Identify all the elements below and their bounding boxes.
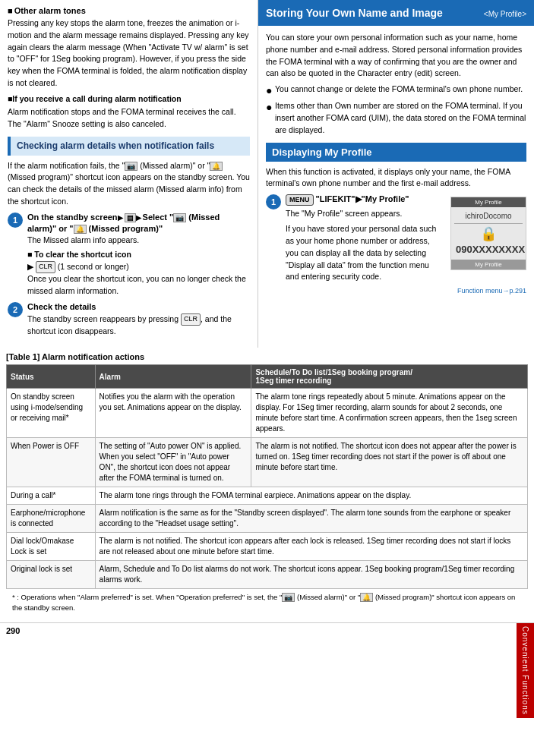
- cell-schedule-1: The alarm tone rings repeatedly about 5 …: [251, 389, 528, 438]
- table-row: Original lock is set Alarm, Schedule and…: [7, 561, 528, 589]
- step-1-content: On the standby screen▤Select "📷 (Missed …: [27, 212, 250, 298]
- call-during-alarm-heading: ■If you receive a call during alarm noti…: [8, 93, 250, 106]
- screenshot-screen: ichiroDocomo 🔒 090XXXXXXXX: [451, 207, 526, 260]
- table-row: When Power is OFF The setting of "Auto p…: [7, 438, 528, 487]
- displaying-profile-intro: When this function is activated, it disp…: [266, 166, 526, 191]
- col-alarm: Alarm: [95, 365, 251, 389]
- step-1-body3: Once you clear the shortcut icon, you ca…: [27, 273, 250, 298]
- right-main-heading: Storing Your Own Name and Image <My Prof…: [258, 0, 534, 26]
- bullet-2-text: Items other than Own number are stored o…: [275, 100, 526, 136]
- table-footnote: * : Operations when "Alarm preferred" is…: [6, 592, 528, 613]
- bottom-bar: 290 Convenient Functions: [0, 622, 534, 718]
- step-1: 1 On the standby screen▤Select "📷 (Misse…: [8, 212, 250, 298]
- profile-step-title-text: "LIFEKIT"▶"My Profile": [316, 194, 409, 203]
- step-1-body1: The Missed alarm info appears.: [27, 235, 250, 247]
- step-1-circle: 1: [8, 213, 23, 228]
- bullet-2: ● Items other than Own number are stored…: [266, 100, 526, 136]
- side-label-text: Convenient Functions: [521, 626, 529, 715]
- checking-alarm-heading: Checking alarm details when notification…: [8, 137, 250, 156]
- checking-alarm-intro: If the alarm notification fails, the "📷 …: [8, 160, 250, 208]
- clr-key: CLR: [36, 261, 55, 273]
- step-1-sub-heading: ■ To clear the shortcut icon: [27, 249, 250, 261]
- step-2: 2 Check the details The standby screen r…: [8, 301, 250, 337]
- right-heading-title: Storing Your Own Name and Image: [266, 7, 443, 19]
- cell-status-2: When Power is OFF: [7, 438, 96, 487]
- profile-step-1: 1 My Profile ichiroDocomo 🔒 090XXXXXXXX …: [266, 194, 526, 295]
- call-during-alarm-body: Alarm notification stops and the FOMA te…: [8, 106, 250, 131]
- step-1-title: On the standby screen▤Select "📷 (Missed …: [27, 212, 250, 235]
- upper-section: Other alarm tones Pressing any key stops…: [0, 0, 534, 348]
- other-alarm-tones-body: Pressing any key stops the alarm tone, f…: [8, 17, 250, 90]
- cell-alarm-6: Alarm, Schedule and To Do list alarms do…: [95, 561, 527, 589]
- cell-status-5: Dial lock/Omakase Lock is set: [7, 533, 96, 561]
- alarm-table: Status Alarm Schedule/To Do list/1Seg bo…: [6, 364, 528, 589]
- step-2-body: The standby screen reappears by pressing…: [27, 313, 250, 338]
- cell-status-6: Original lock is set: [7, 561, 96, 589]
- step-2-title: Check the details: [27, 301, 250, 313]
- side-label: Convenient Functions: [517, 623, 534, 718]
- table-row: During a call* The alarm tone rings thro…: [7, 487, 528, 505]
- table-section: [Table 1] Alarm notification actions Sta…: [0, 348, 534, 619]
- cell-status-1: On standby screen using i-mode/sending o…: [7, 389, 96, 438]
- cell-alarm-1: Notifies you the alarm with the operatio…: [95, 389, 251, 438]
- right-intro: You can store your own personal informat…: [266, 32, 526, 80]
- menu-key: MENU: [286, 194, 314, 206]
- screenshot-number: 090XXXXXXXX: [454, 242, 523, 257]
- cell-alarm-5: The alarm is not notified. The shortcut …: [95, 533, 527, 561]
- cell-schedule-2: The alarm is not notified. The shortcut …: [251, 438, 528, 487]
- other-alarm-tones-heading: Other alarm tones: [8, 6, 250, 15]
- step-2-circle: 2: [8, 302, 23, 317]
- screenshot-label: My Profile: [451, 260, 526, 269]
- clr-key-2: CLR: [181, 313, 201, 326]
- right-column: Storing Your Own Name and Image <My Prof…: [258, 0, 534, 348]
- screenshot-name: ichiroDocomo: [454, 210, 523, 222]
- profile-screenshot: My Profile ichiroDocomo 🔒 090XXXXXXXX My…: [450, 197, 526, 270]
- bullet-1-text: You cannot change or delete the FOMA ter…: [275, 83, 523, 96]
- step-2-content: Check the details The standby screen rea…: [27, 301, 250, 337]
- left-column: Other alarm tones Pressing any key stops…: [0, 0, 258, 348]
- table-row: Dial lock/Omakase Lock is set The alarm …: [7, 533, 528, 561]
- col-status: Status: [7, 365, 96, 389]
- col-schedule: Schedule/To Do list/1Seg booking program…: [251, 365, 528, 389]
- screenshot-icon: 🔒: [454, 225, 523, 242]
- cell-status-3: During a call*: [7, 487, 96, 505]
- table-header-row: Status Alarm Schedule/To Do list/1Seg bo…: [7, 365, 528, 389]
- cell-alarm-4: Alarm notification is the same as for th…: [95, 505, 527, 533]
- table-title: [Table 1] Alarm notification actions: [6, 352, 528, 361]
- cell-status-4: Earphone/microphone is connected: [7, 505, 96, 533]
- bullet-icon-1: ●: [266, 83, 275, 97]
- bullet-1: ● You cannot change or delete the FOMA t…: [266, 83, 526, 97]
- profile-step-circle: 1: [266, 194, 281, 209]
- cell-alarm-2: The setting of "Auto power ON" is applie…: [95, 438, 251, 487]
- step-1-body2: ▶ CLR (1 second or longer): [27, 261, 250, 273]
- screenshot-title: My Profile: [451, 197, 526, 207]
- table-row: On standby screen using i-mode/sending o…: [7, 389, 528, 438]
- bullet-icon-2: ●: [266, 100, 275, 114]
- page-wrapper: Other alarm tones Pressing any key stops…: [0, 0, 534, 718]
- table-row: Earphone/microphone is connected Alarm n…: [7, 505, 528, 533]
- right-heading-subtitle: <My Profile>: [484, 9, 526, 19]
- page-number: 290: [0, 623, 26, 718]
- profile-step-content: My Profile ichiroDocomo 🔒 090XXXXXXXX My…: [286, 194, 526, 295]
- function-menu-link: Function menu→p.291: [286, 287, 526, 295]
- table-body: On standby screen using i-mode/sending o…: [7, 389, 528, 589]
- cell-alarm-3: The alarm tone rings through the FOMA te…: [95, 487, 527, 505]
- displaying-profile-heading: Displaying My Profile: [266, 143, 526, 162]
